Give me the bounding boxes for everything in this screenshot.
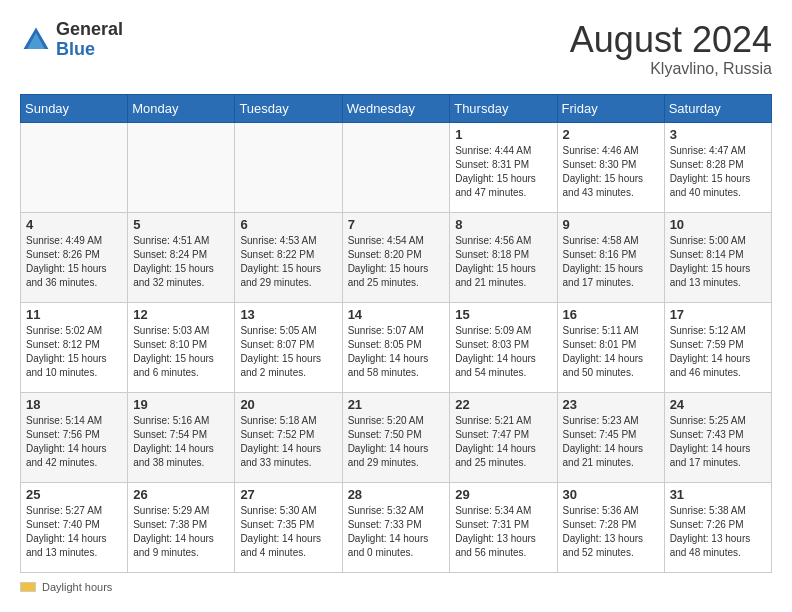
day-info: Sunrise: 5:27 AM Sunset: 7:40 PM Dayligh… (26, 504, 122, 560)
day-info: Sunrise: 4:44 AM Sunset: 8:31 PM Dayligh… (455, 144, 551, 200)
day-info: Sunrise: 5:25 AM Sunset: 7:43 PM Dayligh… (670, 414, 766, 470)
day-info: Sunrise: 4:53 AM Sunset: 8:22 PM Dayligh… (240, 234, 336, 290)
title-block: August 2024 Klyavlino, Russia (570, 20, 772, 78)
day-info: Sunrise: 5:07 AM Sunset: 8:05 PM Dayligh… (348, 324, 445, 380)
calendar-cell: 25Sunrise: 5:27 AM Sunset: 7:40 PM Dayli… (21, 482, 128, 572)
calendar-cell: 31Sunrise: 5:38 AM Sunset: 7:26 PM Dayli… (664, 482, 771, 572)
weekday-header-sunday: Sunday (21, 94, 128, 122)
weekday-header-saturday: Saturday (664, 94, 771, 122)
day-info: Sunrise: 4:49 AM Sunset: 8:26 PM Dayligh… (26, 234, 122, 290)
day-info: Sunrise: 5:20 AM Sunset: 7:50 PM Dayligh… (348, 414, 445, 470)
calendar-cell: 22Sunrise: 5:21 AM Sunset: 7:47 PM Dayli… (450, 392, 557, 482)
logo-blue-text: Blue (56, 39, 95, 59)
calendar-cell: 17Sunrise: 5:12 AM Sunset: 7:59 PM Dayli… (664, 302, 771, 392)
day-number: 10 (670, 217, 766, 232)
daylight-label: Daylight hours (42, 581, 112, 593)
day-number: 6 (240, 217, 336, 232)
calendar-cell: 30Sunrise: 5:36 AM Sunset: 7:28 PM Dayli… (557, 482, 664, 572)
calendar-cell: 9Sunrise: 4:58 AM Sunset: 8:16 PM Daylig… (557, 212, 664, 302)
calendar-cell: 12Sunrise: 5:03 AM Sunset: 8:10 PM Dayli… (128, 302, 235, 392)
weekday-header-friday: Friday (557, 94, 664, 122)
day-number: 5 (133, 217, 229, 232)
calendar-table: SundayMondayTuesdayWednesdayThursdayFrid… (20, 94, 772, 573)
calendar-cell: 18Sunrise: 5:14 AM Sunset: 7:56 PM Dayli… (21, 392, 128, 482)
logo: General Blue (20, 20, 123, 60)
calendar-cell: 15Sunrise: 5:09 AM Sunset: 8:03 PM Dayli… (450, 302, 557, 392)
location-text: Klyavlino, Russia (570, 60, 772, 78)
day-info: Sunrise: 4:47 AM Sunset: 8:28 PM Dayligh… (670, 144, 766, 200)
calendar-cell: 1Sunrise: 4:44 AM Sunset: 8:31 PM Daylig… (450, 122, 557, 212)
calendar-cell (235, 122, 342, 212)
day-number: 3 (670, 127, 766, 142)
day-info: Sunrise: 5:38 AM Sunset: 7:26 PM Dayligh… (670, 504, 766, 560)
footer-note: Daylight hours (20, 581, 772, 593)
calendar-cell: 4Sunrise: 4:49 AM Sunset: 8:26 PM Daylig… (21, 212, 128, 302)
day-info: Sunrise: 5:03 AM Sunset: 8:10 PM Dayligh… (133, 324, 229, 380)
day-number: 13 (240, 307, 336, 322)
day-number: 12 (133, 307, 229, 322)
day-info: Sunrise: 5:34 AM Sunset: 7:31 PM Dayligh… (455, 504, 551, 560)
day-number: 31 (670, 487, 766, 502)
calendar-cell: 21Sunrise: 5:20 AM Sunset: 7:50 PM Dayli… (342, 392, 450, 482)
day-info: Sunrise: 4:58 AM Sunset: 8:16 PM Dayligh… (563, 234, 659, 290)
day-info: Sunrise: 5:09 AM Sunset: 8:03 PM Dayligh… (455, 324, 551, 380)
calendar-cell: 26Sunrise: 5:29 AM Sunset: 7:38 PM Dayli… (128, 482, 235, 572)
calendar-week-row: 25Sunrise: 5:27 AM Sunset: 7:40 PM Dayli… (21, 482, 772, 572)
day-number: 23 (563, 397, 659, 412)
calendar-cell: 16Sunrise: 5:11 AM Sunset: 8:01 PM Dayli… (557, 302, 664, 392)
day-number: 14 (348, 307, 445, 322)
calendar-week-row: 1Sunrise: 4:44 AM Sunset: 8:31 PM Daylig… (21, 122, 772, 212)
day-info: Sunrise: 5:14 AM Sunset: 7:56 PM Dayligh… (26, 414, 122, 470)
day-info: Sunrise: 5:23 AM Sunset: 7:45 PM Dayligh… (563, 414, 659, 470)
day-info: Sunrise: 5:12 AM Sunset: 7:59 PM Dayligh… (670, 324, 766, 380)
day-number: 4 (26, 217, 122, 232)
calendar-cell: 8Sunrise: 4:56 AM Sunset: 8:18 PM Daylig… (450, 212, 557, 302)
calendar-cell: 19Sunrise: 5:16 AM Sunset: 7:54 PM Dayli… (128, 392, 235, 482)
calendar-cell: 6Sunrise: 4:53 AM Sunset: 8:22 PM Daylig… (235, 212, 342, 302)
calendar-cell: 3Sunrise: 4:47 AM Sunset: 8:28 PM Daylig… (664, 122, 771, 212)
day-info: Sunrise: 5:11 AM Sunset: 8:01 PM Dayligh… (563, 324, 659, 380)
day-info: Sunrise: 5:02 AM Sunset: 8:12 PM Dayligh… (26, 324, 122, 380)
calendar-cell (342, 122, 450, 212)
day-number: 28 (348, 487, 445, 502)
day-info: Sunrise: 4:54 AM Sunset: 8:20 PM Dayligh… (348, 234, 445, 290)
calendar-cell: 27Sunrise: 5:30 AM Sunset: 7:35 PM Dayli… (235, 482, 342, 572)
day-number: 18 (26, 397, 122, 412)
page-header: General Blue August 2024 Klyavlino, Russ… (20, 20, 772, 78)
day-number: 19 (133, 397, 229, 412)
month-year-title: August 2024 (570, 20, 772, 60)
day-info: Sunrise: 5:36 AM Sunset: 7:28 PM Dayligh… (563, 504, 659, 560)
day-number: 16 (563, 307, 659, 322)
day-info: Sunrise: 5:32 AM Sunset: 7:33 PM Dayligh… (348, 504, 445, 560)
logo-icon (20, 24, 52, 56)
day-info: Sunrise: 5:18 AM Sunset: 7:52 PM Dayligh… (240, 414, 336, 470)
day-number: 8 (455, 217, 551, 232)
calendar-week-row: 18Sunrise: 5:14 AM Sunset: 7:56 PM Dayli… (21, 392, 772, 482)
day-number: 26 (133, 487, 229, 502)
day-number: 27 (240, 487, 336, 502)
calendar-cell: 24Sunrise: 5:25 AM Sunset: 7:43 PM Dayli… (664, 392, 771, 482)
day-info: Sunrise: 5:00 AM Sunset: 8:14 PM Dayligh… (670, 234, 766, 290)
calendar-cell: 10Sunrise: 5:00 AM Sunset: 8:14 PM Dayli… (664, 212, 771, 302)
weekday-header-tuesday: Tuesday (235, 94, 342, 122)
day-info: Sunrise: 4:56 AM Sunset: 8:18 PM Dayligh… (455, 234, 551, 290)
calendar-cell: 29Sunrise: 5:34 AM Sunset: 7:31 PM Dayli… (450, 482, 557, 572)
calendar-cell: 5Sunrise: 4:51 AM Sunset: 8:24 PM Daylig… (128, 212, 235, 302)
day-number: 30 (563, 487, 659, 502)
day-info: Sunrise: 4:51 AM Sunset: 8:24 PM Dayligh… (133, 234, 229, 290)
day-number: 24 (670, 397, 766, 412)
calendar-cell: 20Sunrise: 5:18 AM Sunset: 7:52 PM Dayli… (235, 392, 342, 482)
day-info: Sunrise: 4:46 AM Sunset: 8:30 PM Dayligh… (563, 144, 659, 200)
calendar-cell: 7Sunrise: 4:54 AM Sunset: 8:20 PM Daylig… (342, 212, 450, 302)
day-info: Sunrise: 5:21 AM Sunset: 7:47 PM Dayligh… (455, 414, 551, 470)
day-number: 7 (348, 217, 445, 232)
weekday-header-row: SundayMondayTuesdayWednesdayThursdayFrid… (21, 94, 772, 122)
logo-general-text: General (56, 19, 123, 39)
day-info: Sunrise: 5:30 AM Sunset: 7:35 PM Dayligh… (240, 504, 336, 560)
day-info: Sunrise: 5:05 AM Sunset: 8:07 PM Dayligh… (240, 324, 336, 380)
day-number: 22 (455, 397, 551, 412)
day-number: 25 (26, 487, 122, 502)
day-number: 1 (455, 127, 551, 142)
day-number: 15 (455, 307, 551, 322)
weekday-header-wednesday: Wednesday (342, 94, 450, 122)
